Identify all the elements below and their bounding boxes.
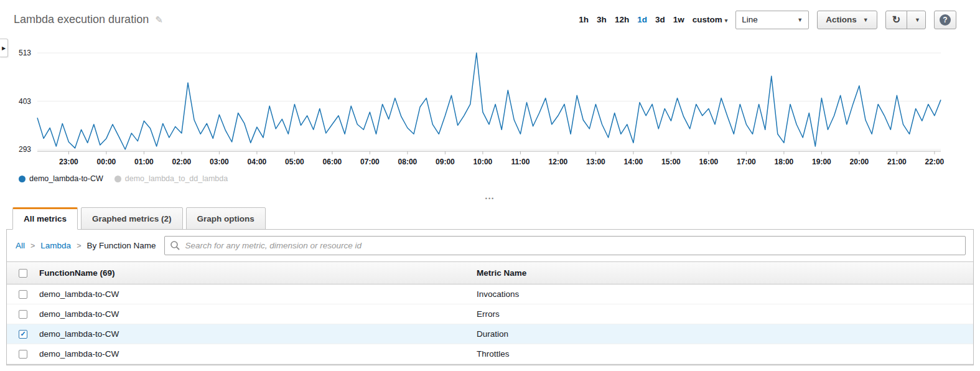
legend-color-dot [19,176,26,182]
custom-range-label: custom [693,15,722,24]
chevron-down-icon: ▼ [915,17,920,23]
widget-header: Lambda execution duration ✎ 1h3h12h1d3d1… [0,0,980,29]
chart-area: 51340329323:0000:0001:0002:0003:0004:000… [0,29,980,184]
metric-search-input[interactable] [164,236,966,255]
sidebar-expand-button[interactable]: ▶ [0,39,8,57]
svg-text:02:00: 02:00 [172,157,192,166]
metrics-browser-panel: All > Lambda > By Function Name Function… [6,229,974,365]
svg-text:04:00: 04:00 [248,157,267,166]
breadcrumb-dimension-label: By Function Name [86,241,156,250]
search-icon [170,240,180,251]
tab-all-metrics[interactable]: All metrics [12,207,78,230]
resize-handle[interactable]: ••• [0,195,980,202]
time-range-1w[interactable]: 1w [673,15,684,24]
svg-text:07:00: 07:00 [360,157,380,166]
breadcrumb-namespace-link[interactable]: Lambda [40,241,71,250]
time-range-3d[interactable]: 3d [655,15,665,24]
edit-title-icon[interactable]: ✎ [155,14,163,26]
metric-name-cell: Errors [464,309,973,319]
legend-color-dot [114,176,121,182]
svg-text:22:00: 22:00 [925,157,945,166]
legend-item[interactable]: demo_lambda_to_dd_lambda [114,174,228,183]
svg-text:21:00: 21:00 [887,157,907,166]
chart-legend: demo_lambda-to-CWdemo_lambda_to_dd_lambd… [19,174,980,184]
row-checkbox[interactable] [19,290,27,299]
chart-type-select[interactable]: Line ▼ [735,11,809,29]
actions-label: Actions [826,15,857,24]
svg-text:16:00: 16:00 [699,157,719,166]
table-row[interactable]: demo_lambda-to-CWThrottles [7,344,973,364]
svg-text:01:00: 01:00 [134,157,154,166]
metric-name-cell: Throttles [464,349,973,359]
question-mark-icon: ? [940,14,951,26]
actions-button[interactable]: Actions ▼ [817,11,877,29]
svg-text:15:00: 15:00 [661,157,681,166]
metric-table-body: demo_lambda-to-CWInvocationsdemo_lambda-… [7,284,973,365]
tab-bar: All metricsGraphed metrics (2)Graph opti… [6,207,974,229]
svg-text:20:00: 20:00 [850,157,869,166]
row-checkbox[interactable]: ✓ [19,330,27,339]
refresh-button[interactable]: ↻ [885,11,907,29]
chart-type-value: Line [742,15,758,24]
chevron-down-icon: ▾ [725,17,728,24]
function-name-cell: demo_lambda-to-CW [39,349,464,359]
chevron-down-icon: ▼ [863,17,869,23]
custom-range-dropdown[interactable]: custom▾ [693,15,728,24]
svg-text:00:00: 00:00 [97,157,116,166]
function-name-cell: demo_lambda-to-CW [39,289,464,299]
row-checkbox[interactable] [19,350,27,359]
svg-text:513: 513 [19,49,31,57]
svg-text:403: 403 [19,97,31,106]
metric-name-column-header: Metric Name [464,268,973,278]
function-name-column-header: FunctionName (69) [39,268,464,278]
svg-text:14:00: 14:00 [624,157,643,166]
svg-text:19:00: 19:00 [812,157,831,166]
breadcrumb: All > Lambda > By Function Name [7,230,973,261]
legend-item[interactable]: demo_lambda-to-CW [19,174,103,183]
metrics-chart: 51340329323:0000:0001:0002:0003:0004:000… [0,29,980,171]
svg-text:18:00: 18:00 [775,157,794,166]
chevron-down-icon: ▼ [797,17,803,23]
row-checkbox[interactable] [19,310,27,319]
table-row[interactable]: demo_lambda-to-CWErrors [7,304,973,324]
svg-text:13:00: 13:00 [586,157,605,166]
function-name-cell: demo_lambda-to-CW [39,329,464,339]
select-all-checkbox[interactable] [19,269,27,278]
metric-name-cell: Invocations [464,289,973,299]
svg-text:17:00: 17:00 [737,157,756,166]
refresh-split-button: ↻ ▼ [885,11,926,29]
legend-label: demo_lambda_to_dd_lambda [125,174,228,183]
svg-text:09:00: 09:00 [436,157,455,166]
search-box [164,236,966,255]
svg-text:05:00: 05:00 [285,157,304,166]
table-row[interactable]: demo_lambda-to-CWInvocations [7,284,973,304]
table-header-row: FunctionName (69) Metric Name [7,261,973,284]
svg-text:11:00: 11:00 [511,157,530,166]
refresh-icon: ↻ [892,14,900,26]
svg-text:293: 293 [19,145,31,154]
time-range-12h[interactable]: 12h [615,15,629,24]
svg-text:10:00: 10:00 [474,157,493,166]
breadcrumb-separator: > [77,242,81,250]
svg-text:23:00: 23:00 [59,157,78,166]
svg-text:12:00: 12:00 [549,157,568,166]
help-button[interactable]: ? [934,11,956,29]
time-range-3h[interactable]: 3h [597,15,607,24]
svg-text:06:00: 06:00 [323,157,342,166]
breadcrumb-all-link[interactable]: All [16,241,25,250]
svg-text:08:00: 08:00 [398,157,418,166]
breadcrumb-separator: > [30,242,35,250]
page-title: Lambda execution duration [14,13,149,26]
tab-graphed-metrics-2[interactable]: Graphed metrics (2) [81,207,183,230]
time-range-1h[interactable]: 1h [579,15,589,24]
table-row[interactable]: ✓demo_lambda-to-CWDuration [7,324,973,344]
tab-graph-options[interactable]: Graph options [186,207,266,230]
function-name-cell: demo_lambda-to-CW [39,309,464,319]
legend-label: demo_lambda-to-CW [29,174,103,183]
time-range-1d[interactable]: 1d [637,15,647,24]
refresh-dropdown-button[interactable]: ▼ [907,11,926,29]
expand-arrow-icon: ▶ [2,45,6,51]
metric-name-cell: Duration [464,329,973,339]
time-range-group: 1h3h12h1d3d1w [579,15,684,24]
chart-toolbar: 1h3h12h1d3d1w custom▾ Line ▼ Actions ▼ ↻… [579,11,956,29]
